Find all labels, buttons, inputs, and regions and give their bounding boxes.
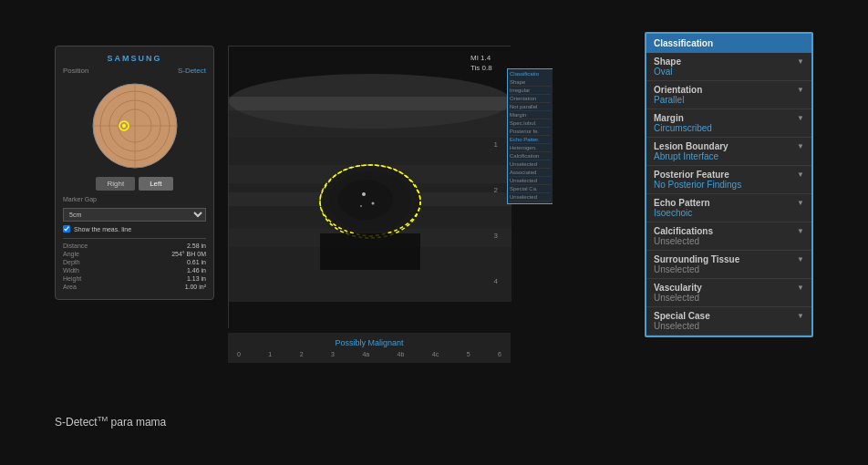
mini-item-active: Echo Patter. [510, 136, 551, 144]
mini-item: Unselected [510, 193, 551, 202]
marker-gap-select[interactable]: 5cm 3cm 7cm [63, 208, 206, 222]
mini-item: Special Ca. [510, 185, 551, 193]
special-case-chevron: ▼ [797, 312, 804, 320]
echo-pattern-chevron: ▼ [797, 199, 804, 207]
mini-item: Posterior fe. [510, 128, 551, 136]
mini-item: Not parallel [510, 103, 551, 111]
measure-row: Angle 254° BH 0M [63, 251, 206, 257]
mini-item: Calcification [510, 152, 551, 160]
measure-row: Height 1.13 in [63, 275, 206, 282]
svg-point-7 [122, 124, 126, 128]
margin-value: Circumscribed [654, 123, 804, 133]
class-item-posterior[interactable]: Posterior Feature ▼ No Posterior Finding… [646, 166, 811, 194]
shape-value: Oval [654, 67, 804, 77]
classification-panel: Classification Shape ▼ Oval Orientation … [645, 32, 813, 337]
measure-width-label: Width [63, 267, 79, 274]
calcifications-chevron: ▼ [797, 227, 804, 235]
measure-row: Distance 2.58 in [63, 243, 206, 249]
scale-4b: 4b [398, 351, 405, 357]
caption: S-DetectTM para mama [55, 415, 166, 429]
svg-text:Tis 0.8: Tis 0.8 [470, 64, 492, 72]
svg-rect-11 [229, 97, 512, 110]
main-container: SAMSUNG Position S-Detect [0, 0, 868, 465]
marker-gap-section: Marker Gap 5cm 3cm 7cm [63, 196, 206, 222]
scale-bar: 0 1 2 3 4a 4b 4c 5 6 [237, 351, 501, 357]
right-button[interactable]: Right [96, 177, 135, 191]
caption-text: S-DetectTM para mama [55, 416, 166, 429]
margin-chevron: ▼ [797, 114, 804, 122]
mini-item: Irregular [510, 87, 551, 95]
svg-point-22 [360, 205, 362, 207]
class-item-calcifications[interactable]: Calcifications ▼ Unselected [646, 222, 811, 251]
ultrasound-area: 1 2 3 4 MI 1.4 Tis 0.8 [228, 46, 511, 328]
measure-angle-label: Angle [63, 251, 79, 257]
class-item-vascularity[interactable]: Vascularity ▼ Unselected [646, 279, 811, 307]
measure-depth-label: Depth [63, 259, 80, 265]
measure-area-value: 1.00 in² [185, 284, 206, 290]
scale-6: 6 [498, 351, 501, 357]
class-item-lesion-boundary[interactable]: Lesion Boundary ▼ Abrupt Interface [646, 138, 811, 166]
scale-2: 2 [300, 351, 304, 357]
svg-text:MI 1.4: MI 1.4 [470, 54, 491, 62]
mini-item: Orientation [510, 95, 551, 103]
samsung-logo: SAMSUNG [63, 54, 206, 63]
scale-1: 1 [268, 351, 272, 357]
breast-indicator [89, 80, 181, 171]
measure-width-value: 1.46 in [187, 267, 206, 274]
echo-pattern-value: Isoechoic [654, 208, 804, 218]
measure-height-label: Height [63, 275, 81, 282]
shape-label: Shape [654, 57, 681, 67]
lr-buttons: Right Left [63, 177, 206, 191]
show-measure-label: Show the meas. line [74, 226, 131, 232]
class-item-orientation[interactable]: Orientation ▼ Parallel [646, 81, 811, 109]
calcifications-label: Calcifications [654, 226, 713, 236]
scale-4a: 4a [362, 351, 369, 357]
vascularity-chevron: ▼ [797, 284, 804, 292]
orientation-chevron: ▼ [797, 86, 804, 94]
lesion-boundary-label: Lesion Boundary [654, 141, 728, 151]
svg-point-21 [372, 202, 375, 205]
svg-text:3: 3 [494, 232, 499, 240]
shape-chevron: ▼ [797, 57, 804, 66]
malignant-bar: Possibly Malignant 0 1 2 3 4a 4b 4c 5 6 [228, 333, 511, 363]
marker-gap-label: Marker Gap [63, 196, 206, 202]
class-item-echo-pattern[interactable]: Echo Pattern ▼ Isoechoic [646, 194, 811, 222]
posterior-value: No Posterior Findings [654, 180, 804, 190]
svg-point-20 [362, 192, 366, 196]
position-label: Position [63, 67, 88, 75]
show-measure: Show the meas. line [63, 225, 206, 232]
svg-rect-23 [320, 233, 420, 270]
measurements-section: Distance 2.58 in Angle 254° BH 0M Depth … [63, 238, 206, 290]
class-item-shape[interactable]: Shape ▼ Oval [646, 53, 811, 81]
measure-row: Area 1.00 in² [63, 284, 206, 290]
class-item-special-case[interactable]: Special Case ▼ Unselected [646, 307, 811, 336]
special-case-label: Special Case [654, 311, 710, 321]
mini-item: Heterogen. [510, 144, 551, 152]
vascularity-label: Vascularity [654, 283, 702, 293]
surrounding-tissue-chevron: ▼ [797, 255, 804, 264]
svg-point-19 [338, 180, 393, 220]
device-panel: SAMSUNG Position S-Detect [55, 46, 214, 300]
scale-3: 3 [331, 351, 335, 357]
mini-panel: Classificatio Shape Irregular Orientatio… [507, 68, 553, 204]
left-button[interactable]: Left [139, 177, 172, 191]
class-item-surrounding-tissue[interactable]: Surrounding Tissue ▼ Unselected [646, 251, 811, 279]
scale-5: 5 [467, 351, 470, 357]
surrounding-tissue-label: Surrounding Tissue [654, 254, 739, 264]
show-measure-checkbox[interactable] [63, 225, 70, 232]
posterior-label: Posterior Feature [654, 170, 729, 180]
panel-header: Position S-Detect [63, 67, 206, 75]
measure-angle-value: 254° BH 0M [171, 251, 206, 257]
mini-item: Unselected [510, 160, 551, 169]
measure-distance-label: Distance [63, 243, 88, 249]
echo-pattern-label: Echo Pattern [654, 198, 710, 208]
malignant-text: Possibly Malignant [237, 338, 501, 347]
margin-label: Margin [654, 113, 684, 123]
measure-row: Depth 0.61 in [63, 259, 206, 265]
caption-sup: TM [98, 415, 108, 423]
class-item-margin[interactable]: Margin ▼ Circumscribed [646, 109, 811, 138]
svg-text:2: 2 [494, 186, 499, 194]
svg-text:1: 1 [494, 140, 499, 149]
scale-0: 0 [237, 351, 241, 357]
svg-text:4: 4 [494, 277, 499, 285]
